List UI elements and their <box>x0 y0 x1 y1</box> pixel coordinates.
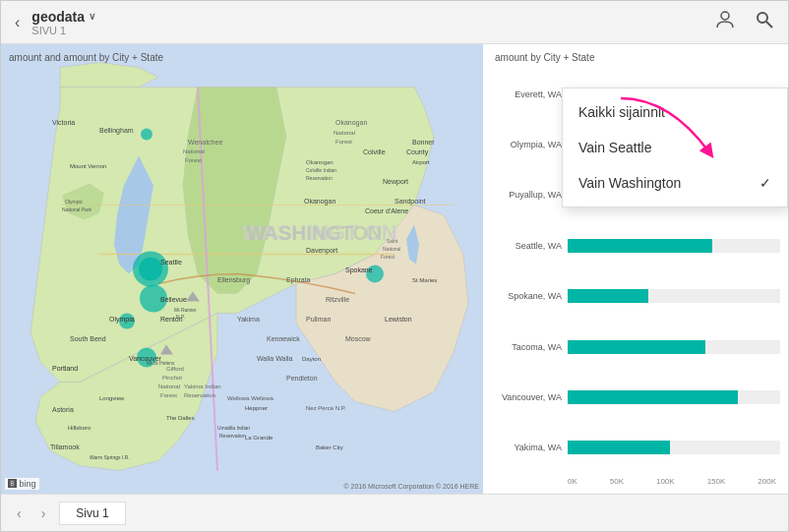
svg-text:Tillamook: Tillamook <box>50 443 80 450</box>
svg-text:Nez Perce N.P.: Nez Perce N.P. <box>306 405 346 411</box>
svg-text:Baker City: Baker City <box>316 444 343 450</box>
dropdown-menu: Kaikki sijainnitVain SeattleVain Washing… <box>562 88 788 207</box>
svg-text:N.P.: N.P. <box>176 314 185 320</box>
map-area: amount and amount by City + State <box>1 44 483 494</box>
chart-label: amount by City + State <box>495 52 780 63</box>
bar-city-label: Spokane, WA <box>495 291 562 301</box>
bar-fill <box>568 239 712 253</box>
next-page-button[interactable]: › <box>35 502 52 525</box>
svg-text:Portland: Portland <box>52 365 78 372</box>
bar-row: Vancouver, WA <box>495 390 780 404</box>
svg-text:Astoria: Astoria <box>52 406 74 413</box>
bar-city-label: Seattle, WA <box>495 241 562 251</box>
bar-row: Spokane, WA <box>495 289 780 303</box>
bar-background <box>568 239 780 253</box>
report-name-chevron[interactable]: ∨ <box>89 11 95 22</box>
svg-text:Okanogan: Okanogan <box>306 159 334 165</box>
bar-city-label: Tacoma, WA <box>495 342 562 352</box>
svg-text:Bellevue: Bellevue <box>160 296 187 303</box>
svg-text:Saint: Saint <box>387 238 398 244</box>
svg-text:Olympia: Olympia <box>109 316 135 324</box>
svg-text:Victoria: Victoria <box>52 119 75 126</box>
dropdown-item[interactable]: Vain Seattle <box>563 130 787 165</box>
bar-row: Seattle, WA <box>495 239 780 253</box>
bar-fill <box>568 390 738 404</box>
svg-text:Coeur d'Alene: Coeur d'Alene <box>365 207 408 214</box>
svg-text:National: National <box>334 130 355 136</box>
bing-logo: 🅱 bing <box>5 478 39 490</box>
svg-text:Hillsboro: Hillsboro <box>68 425 91 431</box>
svg-text:La Grande: La Grande <box>245 435 273 441</box>
svg-text:Kennewick: Kennewick <box>267 335 300 342</box>
svg-text:Dayton: Dayton <box>302 356 321 362</box>
svg-text:Seattle: Seattle <box>160 259 182 266</box>
top-bar-right <box>711 6 778 38</box>
chart-axis: 0K50K100K150K200K <box>495 477 780 486</box>
bar-background <box>568 390 780 404</box>
svg-text:Airport: Airport <box>412 159 430 165</box>
svg-text:National: National <box>383 246 400 252</box>
axis-label: 50K <box>610 477 624 486</box>
svg-point-13 <box>141 129 152 141</box>
svg-text:National Park: National Park <box>62 207 92 212</box>
svg-text:Forest: Forest <box>381 254 395 260</box>
svg-text:Pinchot: Pinchot <box>162 375 182 381</box>
svg-point-0 <box>721 12 729 20</box>
svg-text:Longview: Longview <box>99 395 125 401</box>
svg-text:National: National <box>158 384 180 389</box>
dropdown-item-label: Vain Seattle <box>578 140 651 155</box>
page-1-tab[interactable]: Sivu 1 <box>59 502 125 525</box>
svg-text:Ellensburg: Ellensburg <box>217 276 250 284</box>
svg-text:Ritzville: Ritzville <box>326 296 349 303</box>
bottom-bar: ‹ › Sivu 1 <box>1 494 788 531</box>
axis-label: 0K <box>568 477 577 486</box>
svg-text:South Bend: South Bend <box>70 335 106 342</box>
svg-text:National: National <box>183 148 205 154</box>
svg-text:Colville Indian: Colville Indian <box>306 167 336 173</box>
bar-background <box>568 340 780 354</box>
dropdown-item[interactable]: Vain Washington✓ <box>563 165 787 201</box>
map-label: amount and amount by City + State <box>9 52 163 63</box>
svg-text:Wenatchee: Wenatchee <box>188 139 222 146</box>
top-bar: ‹ geodata ∨ SIVU 1 <box>1 1 788 44</box>
svg-text:Moscow: Moscow <box>345 335 372 342</box>
svg-text:Bellingham: Bellingham <box>99 127 134 135</box>
svg-text:Yakima Indian: Yakima Indian <box>184 384 221 389</box>
svg-text:WASHINGTON: WASHINGTON <box>247 222 382 244</box>
dropdown-overlay: Kaikki sijainnitVain SeattleVain Washing… <box>562 88 788 207</box>
svg-text:Spokane: Spokane <box>345 266 373 274</box>
svg-point-1 <box>758 13 767 23</box>
svg-text:Umatilla Indian: Umatilla Indian <box>217 425 250 431</box>
bar-background <box>568 289 780 303</box>
bar-fill <box>568 289 648 303</box>
svg-text:Colville: Colville <box>363 148 386 155</box>
checkmark-icon: ✓ <box>759 175 771 191</box>
svg-text:Okanogan: Okanogan <box>335 119 367 127</box>
dropdown-item[interactable]: Kaikki sijainnit <box>563 94 787 130</box>
map-copyright: © 2016 Microsoft Corporation © 2016 HERE <box>343 483 479 490</box>
bar-fill <box>568 441 670 454</box>
svg-text:The Dalles: The Dalles <box>166 415 195 421</box>
svg-text:Sandpoint: Sandpoint <box>394 198 426 206</box>
svg-text:Wellowa Wellowa: Wellowa Wellowa <box>227 395 273 401</box>
svg-text:Olympic: Olympic <box>65 199 84 205</box>
prev-page-button[interactable]: ‹ <box>11 502 28 525</box>
bar-city-label: Everett, WA <box>495 89 562 99</box>
svg-text:Ephrata: Ephrata <box>286 276 311 284</box>
bar-city-label: Olympia, WA <box>495 140 562 149</box>
bar-fill <box>568 340 705 354</box>
svg-text:Reservation: Reservation <box>306 175 333 181</box>
dropdown-item-label: Vain Washington <box>578 175 681 191</box>
report-name-text: geodata <box>31 9 85 25</box>
search-icon-button[interactable] <box>751 6 778 38</box>
filter-icon-button[interactable] <box>711 6 739 38</box>
bar-city-label: Yakima, WA <box>495 443 562 452</box>
back-button[interactable]: ‹ <box>11 10 24 35</box>
search-icon <box>755 10 774 30</box>
svg-text:Reservation: Reservation <box>184 392 215 398</box>
svg-point-8 <box>139 258 162 281</box>
svg-text:County: County <box>406 148 429 156</box>
svg-text:Mount Vernon: Mount Vernon <box>70 163 106 169</box>
person-icon <box>715 10 735 30</box>
axis-label: 150K <box>707 477 726 486</box>
